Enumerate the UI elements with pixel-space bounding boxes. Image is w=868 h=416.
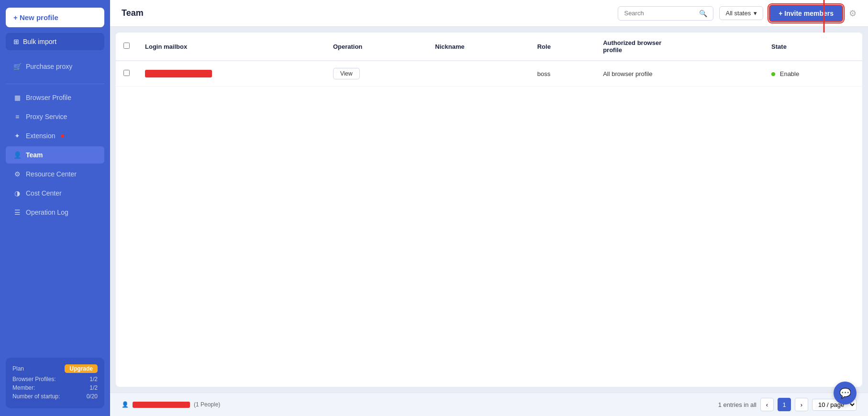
people-count: (1 People) [194,401,220,408]
current-page[interactable]: 1 [778,398,791,411]
sidebar-footer: Plan Upgrade Browser Profiles: 1/2 Membe… [6,358,104,408]
row-state: Enable [764,61,862,87]
proxy-service-icon: ≡ [13,113,21,120]
extension-icon: ✦ [13,132,21,140]
redacted-name [133,402,190,408]
invite-members-button[interactable]: + Invite members [769,5,843,22]
sidebar-item-operation-log[interactable]: ☰ Operation Log [6,204,104,221]
table-area: Login mailbox Operation Nickname Role Au… [116,33,862,387]
row-checkbox[interactable] [123,70,130,76]
main-content: Team 🔍 All states ▾ + Invite members ⚙ [110,0,868,416]
operation-log-icon: ☰ [13,208,21,216]
new-profile-button[interactable]: + New profile [6,8,104,27]
table-header-row: Login mailbox Operation Nickname Role Au… [116,33,862,61]
row-role: boss [530,61,595,87]
search-box[interactable]: 🔍 [618,6,713,21]
prev-page-button[interactable]: ‹ [760,398,774,411]
user-icon: 👤 [122,401,129,408]
purchase-icon: 🛒 [13,63,21,70]
col-state: State [764,33,862,61]
row-nickname [427,61,529,87]
member-label: Member: [12,384,35,391]
sidebar-item-extension[interactable]: ✦ Extension [6,127,104,144]
select-all-cell [116,33,137,61]
plan-label: Plan [12,365,24,372]
cost-center-icon: ◑ [13,189,21,197]
states-dropdown[interactable]: All states ▾ [719,6,763,20]
member-value: 1/2 [89,384,98,391]
team-icon: 👤 [13,151,21,159]
chat-icon: 💬 [839,387,851,399]
table-footer: 👤 (1 People) 1 entries in all ‹ 1 › 10 /… [110,393,868,416]
sidebar: + New profile ⊞ Bulk import 🛒 Purchase p… [0,0,110,416]
sidebar-item-browser-profile[interactable]: ▦ Browser Profile [6,89,104,106]
sidebar-item-purchase-proxy[interactable]: 🛒 Purchase proxy [6,58,104,75]
team-table: Login mailbox Operation Nickname Role Au… [116,33,862,87]
bulk-icon: ⊞ [13,38,19,45]
bulk-import-button[interactable]: ⊞ Bulk import [6,33,104,50]
row-authorized-browser-profile: All browser profile [595,61,764,87]
next-page-button[interactable]: › [795,398,808,411]
header-right: 🔍 All states ▾ + Invite members ⚙ [618,5,857,22]
browser-profile-icon: ▦ [13,94,21,101]
table-row: View boss All browser profile Enable [116,61,862,87]
col-operation: Operation [325,33,427,61]
chevron-down-icon: ▾ [754,10,757,17]
view-button[interactable]: View [333,68,360,79]
entries-label: 1 entries in all [718,401,757,408]
search-icon: 🔍 [699,10,707,17]
row-login-mailbox [137,61,325,87]
startup-label: Number of startup: [12,393,60,400]
resource-center-icon: ⚙ [13,170,21,178]
browser-profiles-label: Browser Profiles: [12,376,56,383]
main-header: Team 🔍 All states ▾ + Invite members ⚙ [110,0,868,27]
row-operation: View [325,61,427,87]
page-title: Team [122,8,144,18]
search-input[interactable] [624,10,695,17]
col-authorized-browser-profile: Authorized browserprofile [595,33,764,61]
browser-profiles-value: 1/2 [89,376,98,383]
row-checkbox-cell [116,61,137,87]
startup-value: 0/20 [87,393,98,400]
redacted-email [145,70,212,77]
sidebar-item-proxy-service[interactable]: ≡ Proxy Service [6,108,104,125]
settings-icon[interactable]: ⚙ [849,8,857,19]
col-login-mailbox: Login mailbox [137,33,325,61]
enable-status-dot [771,72,775,76]
sidebar-item-cost-center[interactable]: ◑ Cost Center [6,185,104,202]
enable-status-label: Enable [780,70,799,77]
col-nickname: Nickname [427,33,529,61]
sidebar-divider [6,84,104,84]
footer-left: 👤 (1 People) [122,401,220,408]
chat-float-button[interactable]: 💬 [834,382,857,405]
col-role: Role [530,33,595,61]
sidebar-item-team[interactable]: 👤 Team [6,146,104,164]
select-all-checkbox[interactable] [123,43,130,49]
extension-notification-dot [61,134,64,138]
table-wrapper: Login mailbox Operation Nickname Role Au… [116,33,862,87]
sidebar-item-resource-center[interactable]: ⚙ Resource Center [6,165,104,183]
upgrade-button[interactable]: Upgrade [65,364,98,373]
